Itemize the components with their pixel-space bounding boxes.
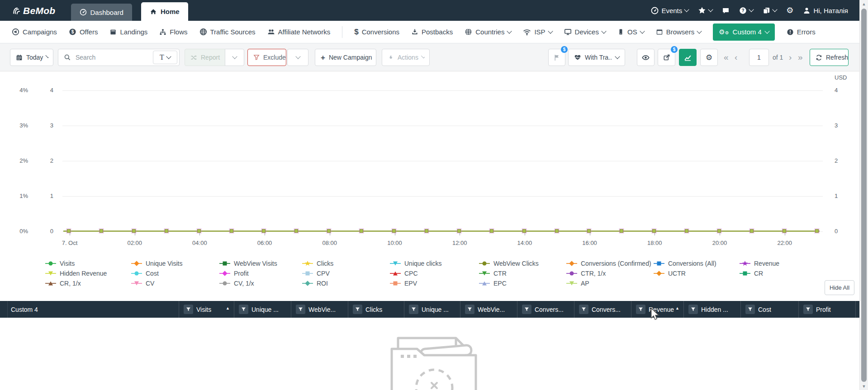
column-filter-icon[interactable] <box>803 305 813 314</box>
date-range-button[interactable]: Today <box>10 49 53 66</box>
column-header-cost[interactable]: Cost <box>741 301 799 318</box>
legend-item-ctr[interactable]: CTR <box>479 269 539 277</box>
exclude-dropdown-button[interactable] <box>287 49 308 66</box>
column-filter-icon[interactable] <box>296 305 305 314</box>
legend-item-conversions-confirmed-[interactable]: Conversions (Confirmed) <box>566 259 651 268</box>
column-header-webvie-[interactable]: WebVie... <box>460 301 517 318</box>
legend-item-cr[interactable]: CR <box>740 269 779 277</box>
column-header-clicks[interactable]: Clicks <box>348 301 404 318</box>
table-settings-button[interactable]: ⚙ <box>700 49 718 66</box>
favorites-menu[interactable] <box>698 6 712 14</box>
legend-item-ap[interactable]: AP <box>566 279 651 287</box>
legend-item-epv[interactable]: EPV <box>390 279 441 287</box>
user-menu[interactable]: Hi, Наталія <box>803 7 848 14</box>
vertical-scrollbar[interactable]: ▲ ▼ <box>859 0 868 390</box>
x-axis-tick-mark <box>785 232 785 235</box>
legend-item-cost[interactable]: Cost <box>131 269 182 277</box>
report-button[interactable]: Report <box>185 49 225 66</box>
nav-item-devices[interactable]: Devices <box>564 28 606 36</box>
nav-item-flows[interactable]: Flows <box>159 28 187 36</box>
legend-item-cpv[interactable]: CPV <box>302 269 333 277</box>
legend-item-epc[interactable]: EPC <box>479 279 539 287</box>
nav-item-traffic-sources[interactable]: Traffic Sources <box>199 28 256 36</box>
legend-item-conversions-all-[interactable]: Conversions (All) <box>654 259 716 268</box>
column-filter-icon[interactable] <box>353 305 362 314</box>
legend-item-hidden-revenue[interactable]: Hidden Revenue <box>45 269 107 277</box>
column-filter-icon[interactable] <box>522 305 531 314</box>
column-header-convers-[interactable]: Convers... <box>517 301 574 318</box>
legend-item-cv[interactable]: CV <box>131 279 182 287</box>
hide-all-button[interactable]: Hide All <box>825 280 854 295</box>
refresh-button[interactable]: Refresh <box>810 49 849 66</box>
flag-filter-button[interactable]: $ <box>548 49 565 66</box>
chart-toggle-button[interactable] <box>679 49 697 66</box>
legend-item-profit[interactable]: Profit <box>219 269 277 277</box>
tab-dashboard[interactable]: Dashboard <box>71 4 132 21</box>
visibility-button[interactable] <box>637 49 655 66</box>
chat-button[interactable] <box>722 7 730 14</box>
legend-item-unique-visits[interactable]: Unique Visits <box>131 259 182 268</box>
column-filter-icon[interactable] <box>745 305 755 314</box>
report-dropdown-button[interactable] <box>225 49 244 66</box>
workspaces-menu[interactable] <box>763 7 777 14</box>
nav-item-custom4[interactable]: ⚙⚙ Custom 4 <box>713 23 775 41</box>
nav-item-conversions[interactable]: $ Conversions <box>354 28 399 37</box>
column-header-custom-4[interactable]: Custom 4 <box>0 301 179 318</box>
column-header-convers-[interactable]: Convers... <box>574 301 631 318</box>
column-filter-icon[interactable] <box>184 305 193 314</box>
scroll-down-arrow[interactable]: ▼ <box>860 382 868 390</box>
search-type-dropdown[interactable]: T <box>153 51 177 64</box>
legend-item-cv-1-x[interactable]: CV, 1/x <box>219 279 277 287</box>
legend-item-visits[interactable]: Visits <box>45 259 107 268</box>
bemob-logo[interactable]: BeMob <box>13 5 56 16</box>
legend-item-ctr-1-x[interactable]: CTR, 1/x <box>566 269 651 277</box>
legend-item-clicks[interactable]: Clicks <box>302 259 333 268</box>
column-header-hidden-[interactable]: Hidden ... <box>684 301 741 318</box>
legend-item-unique-clicks[interactable]: Unique clicks <box>390 259 441 268</box>
settings-button[interactable]: ⚙ <box>786 6 793 14</box>
column-filter-icon[interactable] <box>409 305 418 314</box>
nav-item-countries[interactable]: Countries <box>465 28 511 36</box>
new-campaign-button[interactable]: + New Campaign <box>315 49 376 66</box>
nav-item-campaigns[interactable]: Campaigns <box>12 28 57 36</box>
column-header-unique-[interactable]: Unique ... <box>234 301 291 318</box>
legend-item-cpc[interactable]: CPC <box>390 269 441 277</box>
last-page-button[interactable]: » <box>798 49 803 66</box>
nav-item-offers[interactable]: $ Offers <box>69 28 98 36</box>
column-filter-icon[interactable] <box>636 305 645 314</box>
help-menu[interactable]: ? <box>739 7 753 14</box>
nav-item-isp[interactable]: ISP <box>523 28 552 36</box>
column-filter-icon[interactable] <box>465 305 474 314</box>
legend-item-uctr[interactable]: UCTR <box>654 269 716 277</box>
column-header-profit[interactable]: Profit <box>799 301 856 318</box>
next-page-button[interactable]: › <box>789 49 792 66</box>
events-menu[interactable]: Events <box>651 7 688 14</box>
exclude-button[interactable]: Exclude <box>247 49 286 66</box>
tab-home[interactable]: Home <box>141 2 188 21</box>
nav-item-browsers[interactable]: Browsers <box>656 28 702 36</box>
scroll-up-arrow[interactable]: ▲ <box>860 0 868 8</box>
nav-item-postbacks[interactable]: Postbacks <box>411 28 453 36</box>
column-header-visits[interactable]: Visits▲ <box>179 301 234 318</box>
column-filter-icon[interactable] <box>579 305 588 314</box>
export-button[interactable]: $ <box>658 49 675 66</box>
first-page-button[interactable]: « <box>724 49 729 66</box>
column-filter-icon[interactable] <box>688 305 698 314</box>
nav-item-landings[interactable]: Landings <box>109 28 147 36</box>
legend-item-cr-1-x[interactable]: CR, 1/x <box>45 279 107 287</box>
page-number-input[interactable] <box>749 49 769 66</box>
prev-page-button[interactable]: ‹ <box>735 49 737 66</box>
nav-item-os[interactable]: OS <box>617 28 644 36</box>
column-filter-icon[interactable] <box>239 305 248 314</box>
column-header-webvie-[interactable]: WebVie... <box>291 301 348 318</box>
legend-item-webview-visits[interactable]: WebView Visits <box>219 259 277 268</box>
with-traffic-filter[interactable]: With Tra... <box>568 49 625 66</box>
legend-item-roi[interactable]: ROI <box>302 279 333 287</box>
legend-item-revenue[interactable]: Revenue <box>740 259 779 268</box>
nav-item-affiliate-networks[interactable]: Affiliate Networks <box>267 28 331 36</box>
scrollbar-thumb[interactable] <box>861 9 867 382</box>
actions-button[interactable]: Actions <box>382 49 430 66</box>
column-header-unique-[interactable]: Unique ... <box>404 301 460 318</box>
legend-item-webview-clicks[interactable]: WebView Clicks <box>479 259 539 268</box>
nav-item-errors[interactable]: Errors <box>787 28 816 36</box>
